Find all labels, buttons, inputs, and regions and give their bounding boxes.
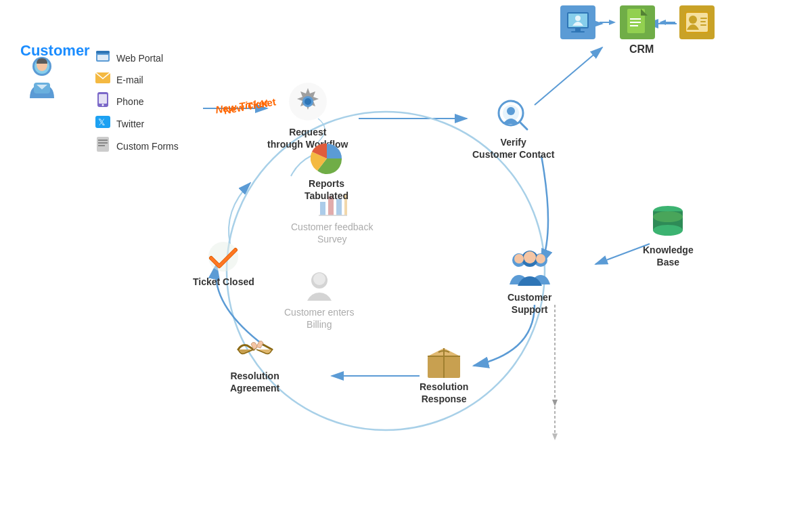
svg-line-38 — [520, 122, 527, 129]
knowledge-base-label: KnowledgeBase — [643, 244, 694, 268]
customer-billing-node: Customer entersBilling — [284, 271, 354, 331]
svg-rect-75 — [320, 202, 325, 215]
phone-icon — [95, 92, 111, 110]
crm-doc-icon — [620, 5, 655, 39]
customer-avatar — [22, 54, 62, 110]
reports-tabulated-label: ReportsTabulated — [304, 177, 348, 202]
svg-rect-28 — [97, 137, 109, 152]
svg-point-25 — [102, 104, 104, 106]
reports-tabulated-node: ReportsTabulated — [304, 142, 348, 202]
svg-point-74 — [313, 273, 325, 285]
svg-marker-51 — [659, 20, 666, 25]
diagram-container: Customer Web Po — [0, 0, 812, 510]
svg-text:𝕏: 𝕏 — [98, 117, 105, 127]
ticket-closed-label: Ticket Closed — [193, 276, 254, 288]
customer-billing-label: Customer entersBilling — [284, 306, 354, 331]
svg-point-66 — [536, 254, 545, 263]
svg-marker-45 — [609, 20, 616, 25]
customer-support-label: CustomerSupport — [508, 291, 551, 316]
svg-line-9 — [595, 244, 650, 264]
channel-list: Web Portal E-mail Phone — [95, 49, 179, 161]
svg-point-61 — [653, 211, 683, 222]
svg-line-5 — [535, 47, 602, 105]
channel-email: E-mail — [95, 72, 179, 87]
svg-rect-30 — [98, 142, 108, 144]
twitter-icon: 𝕏 — [95, 116, 111, 131]
verify-contact-label: VerifyCustomer Contact — [472, 136, 554, 161]
ticket-closed-node: Ticket Closed — [193, 240, 254, 288]
resolution-response-label: ResolutionResponse — [420, 381, 468, 405]
svg-point-54 — [689, 16, 697, 24]
svg-point-60 — [653, 225, 683, 236]
svg-point-67 — [524, 251, 536, 263]
custom-forms-icon — [95, 137, 111, 155]
svg-rect-57 — [700, 24, 706, 26]
feedback-survey-label: Customer feedbackSurvey — [291, 221, 373, 245]
resolution-response-node: ResolutionResponse — [420, 345, 468, 405]
svg-marker-11 — [552, 400, 558, 406]
svg-rect-48 — [630, 22, 641, 23]
web-portal-icon — [95, 49, 111, 67]
request-workflow-node: Requestthrough Workflow — [267, 80, 348, 150]
svg-rect-56 — [700, 21, 706, 22]
svg-point-65 — [514, 254, 524, 263]
svg-point-72 — [208, 242, 238, 272]
channel-twitter: 𝕏 Twitter — [95, 116, 179, 131]
svg-rect-21 — [97, 55, 108, 60]
svg-marker-13 — [552, 433, 558, 440]
crm-section — [560, 5, 715, 39]
crm-monitor-icon — [560, 5, 595, 39]
crm-label: CRM — [629, 43, 654, 56]
email-icon — [95, 72, 111, 87]
resolution-agreement-label: ResolutionAgreement — [230, 370, 279, 394]
svg-rect-55 — [700, 18, 707, 19]
resolution-agreement-node: ResolutionAgreement — [230, 332, 279, 394]
svg-rect-41 — [575, 28, 581, 31]
svg-rect-49 — [630, 25, 638, 26]
channel-web-portal: Web Portal — [95, 49, 179, 67]
customer-support-node: CustomerSupport — [508, 251, 551, 316]
channel-custom-forms: Custom Forms — [95, 137, 179, 155]
verify-contact-node: VerifyCustomer Contact — [472, 98, 554, 161]
channel-phone: Phone — [95, 92, 179, 110]
svg-rect-20 — [96, 51, 110, 54]
svg-rect-47 — [630, 18, 641, 20]
knowledge-base-node: KnowledgeBase — [643, 203, 694, 268]
crm-contact-icon — [679, 5, 715, 39]
svg-rect-31 — [98, 145, 105, 146]
svg-point-37 — [507, 107, 515, 115]
svg-rect-42 — [571, 31, 585, 33]
svg-rect-29 — [98, 140, 108, 141]
svg-point-43 — [575, 16, 581, 21]
svg-rect-24 — [99, 94, 107, 104]
svg-point-34 — [304, 98, 311, 105]
